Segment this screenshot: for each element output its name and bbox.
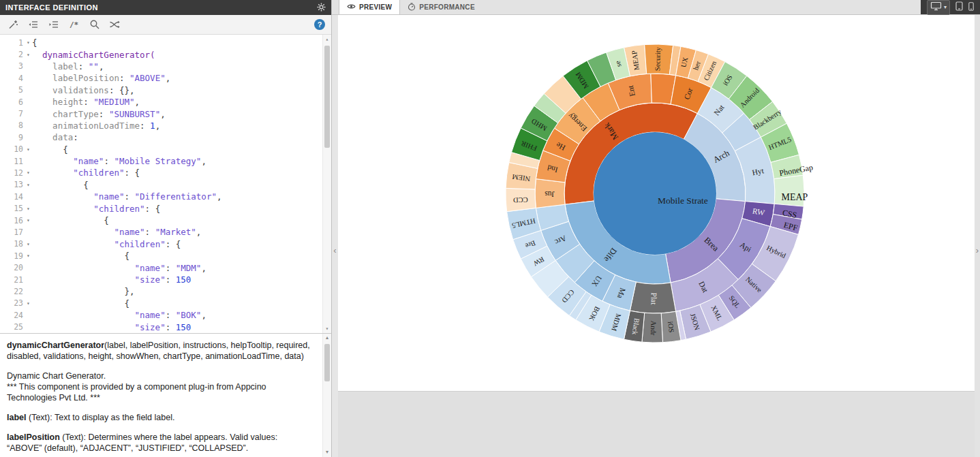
gear-icon[interactable]	[317, 3, 326, 13]
segment-label: iOS	[667, 321, 675, 333]
segment-label: CCD	[512, 196, 527, 204]
indent-list-icon[interactable]	[48, 19, 59, 30]
code-editor[interactable]: 1▾{2▾ dynamicChartGenerator(3 label: "",…	[0, 35, 331, 333]
code-text: "children": {	[32, 239, 181, 249]
scroll-down-icon[interactable]: ▾	[323, 324, 331, 333]
code-line[interactable]: 23▾ {	[0, 298, 331, 309]
code-text: "name": "MDM",	[32, 263, 206, 273]
doc-paragraph: Dynamic Chart Generator. *** This compon…	[7, 371, 315, 403]
fold-toggle-icon[interactable]: ▾	[23, 146, 32, 153]
code-line[interactable]: 15▾ "children": {	[0, 202, 331, 214]
fold-toggle-icon[interactable]: ▾	[23, 52, 32, 58]
fold-toggle-icon[interactable]: ▾	[23, 170, 32, 176]
code-line[interactable]: 19▾ {	[0, 250, 331, 262]
tab-preview-label: PREVIEW	[359, 3, 392, 11]
code-line[interactable]: 14 "name": "Differentiator",	[0, 191, 331, 202]
wand-icon[interactable]	[7, 19, 18, 30]
code-line[interactable]: 8 animationLoadTime: 1,	[0, 120, 331, 131]
editor-scrollbar[interactable]: ▴ ▾	[322, 35, 331, 333]
code-line[interactable]: 21 "size": 150	[0, 274, 331, 285]
line-number: 3	[0, 61, 23, 71]
preview-canvas: MarkArchBreaDifeEntCorNatHytRWApiDatPlat…	[338, 15, 975, 392]
stopwatch-icon	[408, 3, 416, 12]
docs-scroll-down-icon[interactable]: ▾	[323, 448, 331, 457]
segment-label: Security	[654, 46, 662, 71]
right-splitter[interactable]: ›	[975, 15, 980, 457]
line-number: 12	[0, 168, 23, 178]
outside-label: MEAP	[781, 192, 808, 202]
code-line[interactable]: 3 label: "",	[0, 61, 331, 72]
line-number: 7	[0, 109, 23, 119]
line-number: 2	[0, 50, 23, 59]
line-number: 17	[0, 227, 23, 237]
code-line[interactable]: 9 data:	[0, 131, 331, 143]
code-line[interactable]: 5 validations: {},	[0, 84, 331, 96]
code-text: "children": {	[32, 204, 160, 214]
fold-toggle-icon[interactable]: ▾	[23, 253, 32, 259]
code-line[interactable]: 10▾ {	[0, 144, 331, 155]
fold-toggle-icon[interactable]: ▾	[23, 217, 32, 223]
shuffle-icon[interactable]	[109, 19, 121, 30]
collapse-left-icon[interactable]: ‹	[332, 245, 338, 255]
fold-toggle-icon[interactable]: ▾	[23, 206, 32, 212]
left-splitter[interactable]: ‹	[332, 15, 338, 457]
chevron-down-icon: ▾	[944, 4, 947, 10]
code-text: {	[32, 180, 89, 190]
code-line[interactable]: 17 "name": "Market",	[0, 226, 331, 238]
line-number: 4	[0, 74, 23, 83]
device-preview-group: ▾	[921, 0, 980, 14]
phone-preview-button[interactable]	[968, 1, 974, 14]
panel-header: INTERFACE DEFINITION	[0, 0, 331, 15]
code-text: {	[32, 144, 68, 155]
code-line[interactable]: 6 height: "MEDIUM",	[0, 96, 331, 108]
fold-toggle-icon[interactable]: ▾	[23, 40, 32, 46]
fold-toggle-icon[interactable]: ▾	[23, 241, 32, 247]
code-line[interactable]: 16▾ {	[0, 215, 331, 226]
desktop-preview-button[interactable]: ▾	[927, 0, 950, 15]
line-number: 24	[0, 311, 23, 320]
docs-scroll-up-icon[interactable]: ▴	[323, 334, 331, 343]
code-text: data:	[32, 132, 78, 142]
tablet-preview-button[interactable]	[955, 1, 963, 14]
help-icon[interactable]: ?	[314, 19, 325, 30]
comment-icon[interactable]: /*	[68, 19, 80, 30]
code-line[interactable]: 24 "name": "BOK",	[0, 309, 331, 321]
sunburst-chart[interactable]: MarkArchBreaDifeEntCorNatHytRWApiDatPlat…	[338, 15, 975, 392]
line-number: 22	[0, 287, 23, 296]
code-text: "name": "Market",	[32, 227, 201, 237]
segment-label: Andr	[649, 321, 657, 336]
line-number: 20	[0, 263, 23, 272]
line-number: 21	[0, 275, 23, 285]
editor-scrollbar-thumb[interactable]	[324, 46, 330, 148]
fold-toggle-icon[interactable]: ▾	[23, 182, 32, 188]
sunburst-center-label: Mobile Strate	[658, 195, 708, 206]
code-text: "children": {	[32, 168, 140, 178]
code-line[interactable]: 7 chartType: "SUNBURST",	[0, 108, 331, 119]
line-number: 18	[0, 239, 23, 249]
docs-scrollbar[interactable]: ▴ ▾	[322, 334, 331, 457]
code-line[interactable]: 12▾ "children": {	[0, 167, 331, 178]
code-line[interactable]: 20 "name": "MDM",	[0, 262, 331, 273]
code-line[interactable]: 22 },	[0, 285, 331, 297]
code-line[interactable]: 4 labelPosition: "ABOVE",	[0, 72, 331, 84]
scroll-up-icon[interactable]: ▴	[323, 35, 331, 44]
fold-toggle-icon[interactable]: ▾	[23, 300, 32, 306]
outdent-list-icon[interactable]	[27, 19, 39, 30]
docs-scrollbar-thumb[interactable]	[324, 344, 330, 381]
line-number: 9	[0, 133, 23, 142]
code-line[interactable]: 11 "name": "Mobile Strategy",	[0, 155, 331, 167]
collapse-right-icon[interactable]: ›	[975, 245, 980, 255]
code-line[interactable]: 13▾ {	[0, 179, 331, 191]
code-line[interactable]: 1▾{	[0, 37, 331, 48]
code-line[interactable]: 18▾ "children": {	[0, 238, 331, 250]
code-line[interactable]: 25 "size": 150	[0, 321, 331, 332]
editor-toolbar: /* ?	[0, 15, 331, 35]
code-text: label: "",	[32, 61, 104, 72]
code-text: {	[32, 251, 129, 261]
tab-performance[interactable]: PERFORMANCE	[400, 0, 483, 14]
line-number: 8	[0, 121, 23, 130]
tab-preview[interactable]: PREVIEW	[339, 0, 400, 14]
code-line[interactable]: 2▾ dynamicChartGenerator(	[0, 48, 331, 60]
sunburst-center[interactable]	[594, 132, 716, 255]
search-icon[interactable]	[89, 19, 100, 30]
